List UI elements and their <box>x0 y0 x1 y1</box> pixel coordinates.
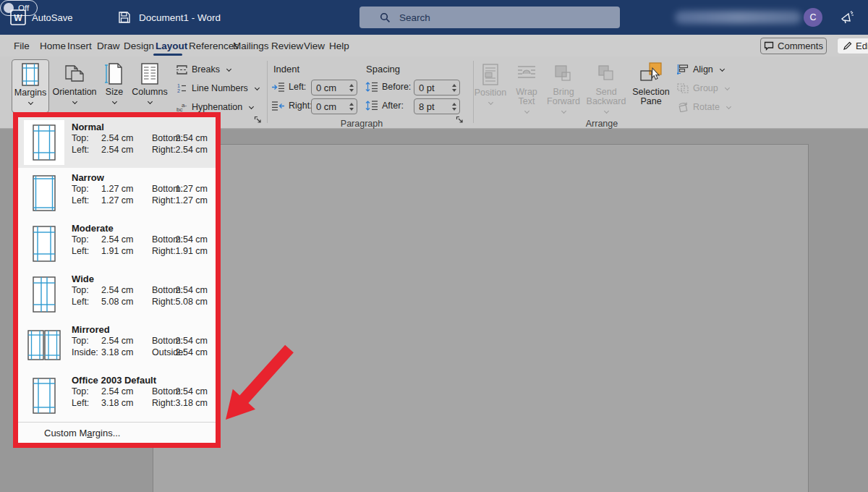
spacing-before-field <box>414 80 460 96</box>
margins-option-normal[interactable]: Normal Top: 2.54 cm Bottom: 2.54 cm Left… <box>18 117 216 168</box>
measure-value: 5.08 cm <box>176 297 208 307</box>
hyphenation-icon: bc a- <box>176 102 187 112</box>
indent-left-label: Left: <box>289 82 306 92</box>
columns-label: Columns <box>132 88 167 97</box>
size-label: Size <box>106 88 123 97</box>
tab-file[interactable]: File <box>14 35 30 56</box>
measure-value: 3.18 cm <box>176 398 208 408</box>
chevron-down-icon <box>27 100 33 105</box>
tab-mailings[interactable]: Mailings <box>233 35 269 56</box>
spacing-before-input[interactable] <box>414 80 449 95</box>
search-box[interactable] <box>359 7 620 28</box>
margins-option-moderate[interactable]: Moderate Top: 2.54 cm Bottom: 2.54 cm Le… <box>18 219 216 269</box>
margins-dropdown-highlight-frame: Normal Top: 2.54 cm Bottom: 2.54 cm Left… <box>13 112 221 448</box>
save-icon[interactable] <box>118 11 131 24</box>
align-button[interactable]: Align <box>677 64 724 75</box>
measure-value: 3.18 cm <box>101 347 133 357</box>
chevron-down-icon <box>561 109 566 114</box>
measure-label: Right: <box>152 297 176 307</box>
search-input[interactable] <box>399 12 580 23</box>
spacing-after-field <box>414 98 460 114</box>
measure-value: 2.54 cm <box>176 386 208 396</box>
spacing-after-label: After: <box>382 101 404 111</box>
spacing-after-input[interactable] <box>414 99 449 114</box>
breaks-button[interactable]: Breaks <box>176 64 231 75</box>
chevron-down-icon <box>603 109 608 114</box>
columns-icon <box>139 62 161 85</box>
spacing-before-stepper[interactable] <box>449 80 459 95</box>
indent-left-stepper[interactable] <box>346 80 357 95</box>
orientation-button[interactable]: Orientation <box>54 59 95 113</box>
measure-value: 3.18 cm <box>101 398 133 408</box>
measure-value: 1.27 cm <box>101 184 133 194</box>
indent-right-icon <box>272 101 284 111</box>
spacing-after-stepper[interactable] <box>449 99 459 114</box>
margins-icon <box>20 63 41 86</box>
indent-right-label: Right: <box>289 101 312 111</box>
measure-label: Left: <box>72 297 89 307</box>
chevron-down-icon <box>524 109 529 114</box>
indent-right-row: Right: <box>272 100 312 111</box>
line-numbers-button[interactable]: 1 2 Line Numbers <box>176 82 259 94</box>
measure-label: Top: <box>72 133 89 143</box>
margins-button[interactable]: Margins <box>12 59 49 113</box>
send-backward-icon <box>595 64 617 85</box>
columns-button[interactable]: Columns <box>132 59 168 113</box>
margins-option-mirrored[interactable]: Mirrored Top: 2.54 cm Bottom: 2.54 cm In… <box>18 320 216 370</box>
tab-help[interactable]: Help <box>329 35 349 56</box>
word-app-icon[interactable]: W <box>10 9 26 25</box>
measure-label: Top: <box>72 234 89 245</box>
edit-label: Edit <box>856 41 868 51</box>
tab-insert[interactable]: Insert <box>67 35 92 56</box>
chevron-down-icon <box>226 66 231 71</box>
custom-margins-item[interactable]: Custom Margins... <box>18 423 216 443</box>
spacing-before-row: Before: <box>365 81 411 93</box>
tab-references[interactable]: References <box>189 35 239 56</box>
breaks-label: Breaks <box>192 64 220 75</box>
chevron-down-icon <box>726 103 731 109</box>
margins-option-narrow[interactable]: Narrow Top: 1.27 cm Bottom: 1.27 cm Left… <box>18 168 216 219</box>
tab-review[interactable]: Review <box>271 35 303 56</box>
edit-button[interactable]: Edit <box>837 38 868 54</box>
breaks-icon <box>176 65 187 75</box>
indent-right-input[interactable] <box>312 99 346 114</box>
group-separator <box>267 61 268 123</box>
preset-title: Office 2003 Default <box>72 375 211 386</box>
megaphone-icon[interactable] <box>839 9 855 25</box>
measure-value: 1.27 cm <box>176 195 208 205</box>
custom-margins-accelerator: a <box>87 428 92 438</box>
tab-design[interactable]: Design <box>124 35 154 56</box>
comments-button[interactable]: Comments <box>760 38 827 54</box>
measure-label: Right: <box>152 398 176 408</box>
indent-right-stepper[interactable] <box>346 99 357 114</box>
hyphenation-button[interactable]: bc a- Hyphenation <box>176 101 253 113</box>
paragraph-group-label: Paragraph <box>329 119 394 129</box>
indent-left-input[interactable] <box>312 80 346 95</box>
page-setup-dialog-launcher[interactable] <box>254 116 263 125</box>
svg-text:1: 1 <box>177 83 180 88</box>
tab-draw[interactable]: Draw <box>97 35 120 56</box>
document-title: Document1 - Word <box>139 0 221 35</box>
align-label: Align <box>693 64 713 75</box>
group-label: Group <box>693 83 718 93</box>
wrap-text-label: Wrap Text <box>509 88 544 106</box>
size-button[interactable]: Size <box>99 59 129 113</box>
measure-value: 1.27 cm <box>176 184 208 194</box>
position-label: Position <box>475 88 506 98</box>
tab-home[interactable]: Home <box>40 35 66 56</box>
measure-value: 2.54 cm <box>101 336 133 346</box>
selection-pane-button[interactable]: Selection Pane <box>629 59 673 113</box>
margins-preset-icon-office2003 <box>24 373 64 418</box>
pencil-icon <box>843 41 852 51</box>
avatar[interactable]: C <box>804 8 822 27</box>
preset-title: Narrow <box>72 172 211 184</box>
measure-label: Top: <box>72 336 89 346</box>
margins-option-wide[interactable]: Wide Top: 2.54 cm Bottom: 2.54 cm Left: … <box>18 269 216 320</box>
tab-view[interactable]: View <box>304 35 325 56</box>
margins-option-office-2003-default[interactable]: Office 2003 Default Top: 2.54 cm Bottom:… <box>18 370 216 421</box>
active-tab-underline <box>153 54 182 56</box>
measure-label: Left: <box>72 145 89 155</box>
bring-forward-icon <box>553 64 574 85</box>
document-page[interactable] <box>153 144 809 492</box>
paragraph-dialog-launcher[interactable] <box>456 116 465 125</box>
